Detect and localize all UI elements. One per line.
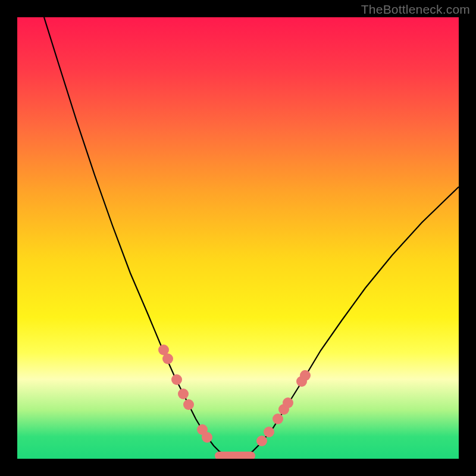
curve-marker	[264, 427, 274, 437]
curve-marker	[283, 397, 293, 408]
watermark-text: TheBottleneck.com	[361, 2, 470, 17]
plateau-marker	[215, 452, 255, 459]
bottleneck-curve	[44, 17, 459, 456]
curve-marker	[162, 353, 173, 364]
curve-marker	[178, 389, 189, 399]
curve-marker	[202, 432, 212, 443]
curve-marker	[171, 374, 182, 385]
curve-marker	[300, 370, 311, 381]
curve-markers	[158, 345, 311, 446]
curve-marker	[256, 436, 267, 446]
chart-frame: TheBottleneck.com	[0, 0, 476, 476]
curve-marker	[273, 414, 283, 424]
curve-layer	[17, 17, 459, 459]
plot-area	[17, 17, 459, 459]
curve-marker	[183, 399, 194, 410]
